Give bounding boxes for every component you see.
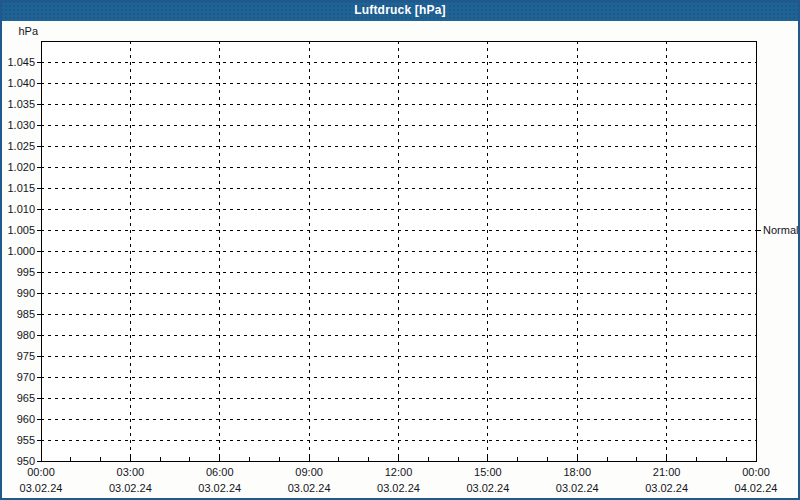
x-tick-time-label: 00:00 — [27, 466, 55, 478]
y-tick-label: 985 — [17, 308, 35, 320]
y-tick-label: 975 — [17, 350, 35, 362]
y-tick-label: 995 — [17, 266, 35, 278]
window-title: Luftdruck [hPa] — [354, 3, 446, 17]
x-tick-date-label: 03.02.24 — [20, 482, 63, 494]
x-tick-time-label: 03:00 — [117, 466, 145, 478]
window-titlebar: Luftdruck [hPa] — [0, 0, 800, 21]
y-tick-label: 1.035 — [7, 98, 35, 110]
x-tick-date-label: 03.02.24 — [466, 482, 509, 494]
y-tick-label: 1.030 — [7, 119, 35, 131]
y-tick-label: 1.045 — [7, 56, 35, 68]
y-tick-label: 1.025 — [7, 140, 35, 152]
pressure-chart: 1.0451.0401.0351.0301.0251.0201.0151.010… — [0, 0, 800, 500]
y-tick-label: 1.015 — [7, 182, 35, 194]
x-tick-date-label: 03.02.24 — [109, 482, 152, 494]
x-tick-date-label: 03.02.24 — [288, 482, 331, 494]
y-tick-label: 1.040 — [7, 77, 35, 89]
x-tick-date-label: 03.02.24 — [198, 482, 241, 494]
x-tick-time-label: 00:00 — [742, 466, 770, 478]
y-tick-label: 965 — [17, 392, 35, 404]
x-tick-date-label: 04.02.24 — [735, 482, 778, 494]
x-tick-time-label: 18:00 — [563, 466, 591, 478]
x-tick-date-label: 03.02.24 — [556, 482, 599, 494]
x-tick-time-label: 06:00 — [206, 466, 234, 478]
y-tick-label: 980 — [17, 329, 35, 341]
y-axis-unit-label: hPa — [18, 25, 38, 37]
y-tick-label: 1.020 — [7, 161, 35, 173]
normal-annotation-label: Normal — [763, 224, 798, 236]
x-tick-date-label: 03.02.24 — [645, 482, 688, 494]
x-tick-time-label: 21:00 — [653, 466, 681, 478]
x-tick-time-label: 09:00 — [295, 466, 323, 478]
y-tick-label: 990 — [17, 287, 35, 299]
y-tick-label: 1.000 — [7, 245, 35, 257]
weather-chart-window: Luftdruck [hPa] 1.0451.0401.0351.0301.02… — [0, 0, 800, 500]
x-tick-time-label: 15:00 — [474, 466, 502, 478]
y-tick-label: 1.010 — [7, 203, 35, 215]
y-tick-label: 1.005 — [7, 224, 35, 236]
y-tick-label: 960 — [17, 413, 35, 425]
y-tick-label: 970 — [17, 371, 35, 383]
x-tick-time-label: 12:00 — [385, 466, 413, 478]
y-tick-label: 955 — [17, 434, 35, 446]
x-tick-date-label: 03.02.24 — [377, 482, 420, 494]
